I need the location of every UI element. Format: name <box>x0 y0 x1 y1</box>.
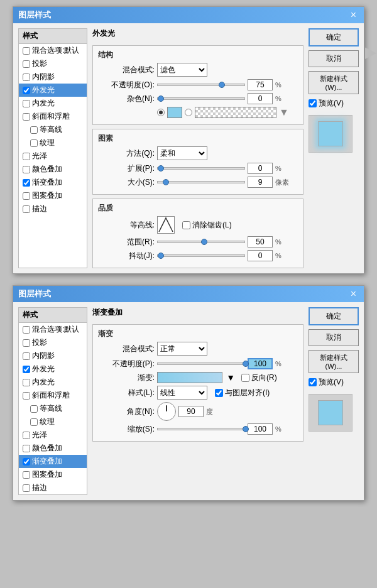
sidebar1-item-texture[interactable]: 纹理 <box>19 136 87 150</box>
sidebar1-item-inner-glow[interactable]: 内发光 <box>19 97 87 110</box>
g-opacity-track[interactable] <box>157 362 245 365</box>
sidebar2-item-inner-glow[interactable]: 内发光 <box>19 376 87 389</box>
dropdown-arrow-icon[interactable]: ▼ <box>279 107 289 118</box>
sidebar1-bevel-checkbox[interactable] <box>23 113 30 121</box>
dialog2-close-button[interactable]: × <box>348 288 359 300</box>
dialog2-cancel-button[interactable]: 取消 <box>309 329 359 346</box>
sidebar2-item-contour[interactable]: 等高线 <box>19 402 87 415</box>
sidebar1-item-gradient-overlay[interactable]: 渐变叠加 <box>19 176 87 189</box>
sidebar1-color-overlay-checkbox[interactable] <box>23 166 30 173</box>
sidebar2-inner-shadow-checkbox[interactable] <box>23 352 30 360</box>
jitter-track[interactable] <box>157 254 245 257</box>
g-gradient-bar[interactable] <box>157 372 222 383</box>
sidebar2-gloss-checkbox[interactable] <box>23 432 30 439</box>
opacity-thumb[interactable] <box>219 82 225 88</box>
sidebar1-pattern-overlay-checkbox[interactable] <box>23 192 30 200</box>
sidebar2-gradient-overlay-checkbox[interactable] <box>23 458 30 466</box>
sidebar2-color-overlay-checkbox[interactable] <box>23 445 30 452</box>
noise-track[interactable] <box>157 97 245 100</box>
spread-thumb[interactable] <box>158 165 164 172</box>
opacity-track[interactable] <box>157 84 245 86</box>
g-blend-mode-select[interactable]: 正常 溶解 叠加 <box>157 342 207 356</box>
g-angle-knob[interactable] <box>157 402 176 421</box>
sidebar1-item-gloss[interactable]: 光泽 <box>19 150 87 163</box>
size-input[interactable] <box>248 177 273 188</box>
sidebar1-item-blend[interactable]: 混合选项:默认 <box>19 44 87 57</box>
g-reverse-checkbox[interactable] <box>241 374 249 382</box>
sidebar1-item-outer-glow[interactable]: 外发光 <box>19 84 87 97</box>
g-style-select[interactable]: 线性 径向 角度 对称 菱形 <box>157 386 207 400</box>
sidebar1-item-bevel[interactable]: 斜面和浮雕 <box>19 110 87 123</box>
sidebar2-stroke-checkbox[interactable] <box>23 484 30 492</box>
sidebar1-shadow-checkbox[interactable] <box>23 60 30 68</box>
opacity-input[interactable] <box>248 79 273 90</box>
range-track[interactable] <box>157 241 245 243</box>
sidebar2-item-outer-glow[interactable]: 外发光 <box>19 362 87 376</box>
blend-mode-select[interactable]: 滤色 正常 叠加 <box>157 63 207 77</box>
sidebar2-item-pattern-overlay[interactable]: 图案叠加 <box>19 468 87 481</box>
range-thumb[interactable] <box>201 239 207 245</box>
dialog1-preview-checkbox[interactable] <box>309 99 317 107</box>
contour-preview[interactable] <box>157 216 175 234</box>
sidebar2-item-color-overlay[interactable]: 颜色叠加 <box>19 442 87 455</box>
anti-alias-checkbox[interactable] <box>182 221 190 229</box>
sidebar2-texture-checkbox[interactable] <box>30 418 38 426</box>
sidebar2-contour-checkbox[interactable] <box>30 405 38 413</box>
sidebar1-item-contour[interactable]: 等高线 <box>19 123 87 136</box>
sidebar1-item-color-overlay[interactable]: 颜色叠加 <box>19 163 87 176</box>
sidebar1-item-pattern-overlay[interactable]: 图案叠加 <box>19 189 87 202</box>
sidebar1-stroke-checkbox[interactable] <box>23 205 30 213</box>
sidebar2-item-texture[interactable]: 纹理 <box>19 415 87 428</box>
jitter-thumb[interactable] <box>158 253 164 259</box>
sidebar2-item-blend[interactable]: 混合选项:默认 <box>19 323 87 336</box>
sidebar1-inner-glow-checkbox[interactable] <box>23 100 30 107</box>
method-select[interactable]: 柔和 精确 <box>157 146 207 160</box>
spread-input[interactable] <box>248 163 273 174</box>
g-opacity-input[interactable] <box>248 358 273 369</box>
gradient-bar[interactable] <box>195 107 276 118</box>
dialog2-ok-button[interactable]: 确定 <box>309 307 359 325</box>
sidebar1-gradient-overlay-checkbox[interactable] <box>23 179 30 187</box>
sidebar2-blend-checkbox[interactable] <box>23 326 30 334</box>
sidebar2-shadow-checkbox[interactable] <box>23 339 30 347</box>
noise-thumb[interactable] <box>158 95 164 102</box>
dialog2-new-style-button[interactable]: 新建样式(W)... <box>309 350 359 373</box>
sidebar1-item-shadow[interactable]: 投影 <box>19 57 87 70</box>
g-gradient-dropdown-icon[interactable]: ▼ <box>226 373 235 383</box>
sidebar1-item-stroke[interactable]: 描边 <box>19 202 87 215</box>
sidebar1-inner-shadow-checkbox[interactable] <box>23 74 30 81</box>
sidebar1-outer-glow-checkbox[interactable] <box>23 87 30 94</box>
sidebar1-item-inner-shadow[interactable]: 内阴影 <box>19 70 87 84</box>
sidebar2-item-stroke[interactable]: 描边 <box>19 481 87 494</box>
sidebar1-contour-checkbox[interactable] <box>30 126 38 134</box>
noise-input[interactable] <box>248 93 273 104</box>
sidebar1-gloss-checkbox[interactable] <box>23 153 30 160</box>
sidebar1-blend-checkbox[interactable] <box>23 47 30 55</box>
color-swatch[interactable] <box>167 107 182 118</box>
sidebar1-texture-checkbox[interactable] <box>30 139 38 147</box>
size-thumb[interactable] <box>163 179 169 185</box>
range-input[interactable] <box>248 236 273 248</box>
solid-color-radio[interactable] <box>157 109 165 116</box>
sidebar2-outer-glow-checkbox[interactable] <box>23 366 30 373</box>
jitter-input[interactable] <box>248 250 273 261</box>
g-scale-input[interactable] <box>248 423 273 435</box>
dialog1-close-button[interactable]: × <box>348 9 359 21</box>
g-align-checkbox[interactable] <box>215 389 223 397</box>
g-angle-input[interactable] <box>178 406 204 417</box>
spread-track[interactable] <box>157 167 245 170</box>
size-track[interactable] <box>157 181 245 183</box>
sidebar2-item-bevel[interactable]: 斜面和浮雕 <box>19 389 87 402</box>
dialog2-preview-checkbox[interactable] <box>309 378 317 386</box>
sidebar2-item-gloss[interactable]: 光泽 <box>19 428 87 442</box>
dialog1-ok-button[interactable]: 确定 <box>309 28 359 46</box>
dialog1-new-style-button[interactable]: 新建样式(W)... <box>309 71 359 94</box>
dialog1-cancel-button[interactable]: 取消 <box>309 50 359 67</box>
sidebar2-bevel-checkbox[interactable] <box>23 392 30 400</box>
sidebar2-pattern-overlay-checkbox[interactable] <box>23 471 30 479</box>
g-scale-track[interactable] <box>157 428 245 430</box>
sidebar2-inner-glow-checkbox[interactable] <box>23 379 30 386</box>
sidebar2-item-inner-shadow[interactable]: 内阴影 <box>19 349 87 362</box>
sidebar2-item-shadow[interactable]: 投影 <box>19 336 87 349</box>
sidebar2-item-gradient-overlay[interactable]: 渐变叠加 <box>19 455 87 468</box>
